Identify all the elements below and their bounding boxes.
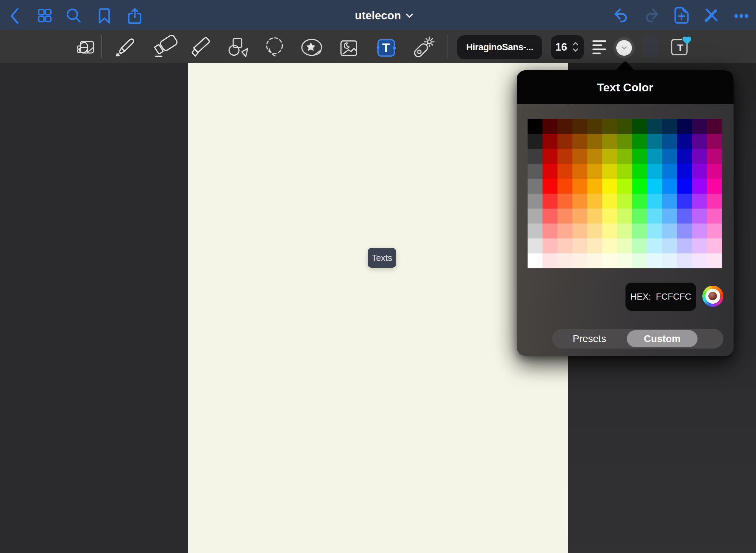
svg-text:utelecon: utelecon (355, 9, 401, 22)
svg-text:T: T (677, 42, 683, 53)
svg-text:T: T (382, 41, 390, 55)
